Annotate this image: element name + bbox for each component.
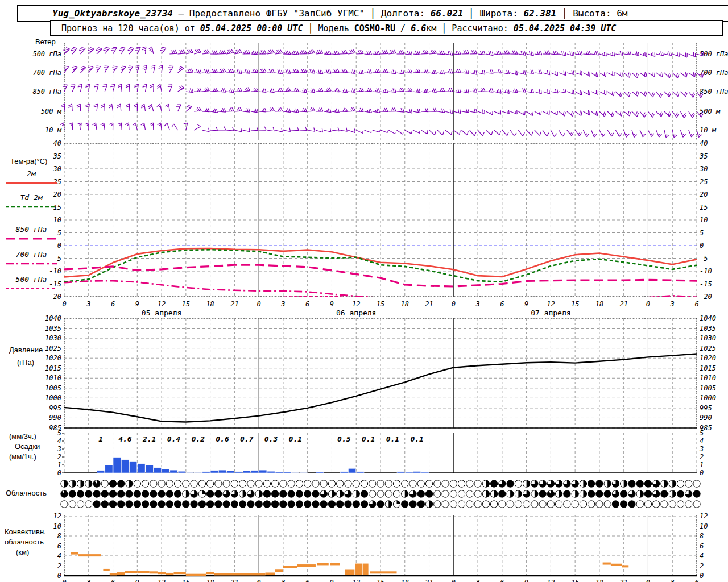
axis-label: -15 — [49, 280, 61, 288]
cloud-circle — [337, 480, 344, 487]
cloud-circle — [410, 480, 416, 487]
axis-label: 1030 — [45, 334, 61, 342]
cloud-fill — [186, 490, 189, 497]
cloud-circle — [231, 480, 238, 487]
cloud-circle — [101, 490, 108, 497]
axis-label: 990 — [700, 414, 712, 422]
axis-label: 8 — [700, 532, 704, 540]
cloud-circle — [612, 501, 619, 508]
cloud-fill — [340, 490, 344, 497]
wind-panel: 500 гПа500 гПа700 гПа700 гПа850 гПа850 г… — [32, 43, 728, 140]
cloud-fill — [559, 490, 562, 497]
cloud-circle — [458, 490, 465, 497]
axis-label: 4 — [57, 552, 61, 560]
cloud-fill — [202, 490, 205, 494]
cloud-circle — [458, 480, 465, 487]
precip-bar — [186, 472, 193, 473]
cloud-circle — [693, 480, 700, 487]
cloud-circle — [636, 501, 643, 508]
cloud-circle — [215, 480, 222, 487]
axis-label: 5 — [57, 229, 61, 237]
convective-segment — [275, 569, 283, 572]
axis-label: 6 — [57, 542, 61, 550]
axis-label: 990 — [49, 414, 61, 422]
axis-label: 995 — [700, 404, 712, 412]
pressure-panel-units: (гПа) — [17, 358, 34, 367]
axis-label: 1040 — [45, 314, 61, 322]
cloud-circle — [271, 490, 278, 497]
axis-label: 0 — [700, 572, 704, 580]
convective-panel: 1212101088664422000369121518210369121518… — [53, 512, 708, 582]
convective-segment — [370, 571, 396, 573]
cloud-circle — [198, 501, 205, 508]
cloud-circle — [174, 480, 181, 487]
axis-label: -5 — [53, 255, 61, 263]
cloud-circle — [417, 501, 424, 508]
cloud-circle — [215, 490, 222, 497]
precip-bar — [227, 471, 234, 473]
precip-units-3h: (мм/3ч.) — [9, 432, 36, 440]
cloud-circle — [247, 480, 254, 487]
header-text: Долгота: — [381, 8, 431, 19]
convective-segment — [317, 563, 329, 565]
cloud-circle — [263, 501, 270, 508]
convective-segment — [137, 571, 149, 573]
axis-label: 0 — [62, 300, 66, 308]
precip-bar — [283, 472, 291, 473]
cloud-circle — [466, 501, 473, 508]
axis-label: 1005 — [700, 384, 716, 392]
axis-label: 1010 — [45, 374, 61, 382]
header-text: │ Модель — [303, 23, 354, 34]
cloud-circle — [693, 501, 700, 508]
cloud-circle — [572, 501, 578, 508]
axis-label: 6 — [694, 579, 698, 582]
cloud-circle — [304, 480, 311, 487]
convective-segment — [125, 571, 137, 573]
cloud-circle — [142, 490, 148, 497]
cloud-circle — [77, 490, 84, 497]
axis-label: 25 — [53, 178, 61, 186]
precip-units-1h: (мм/1ч.) — [9, 452, 36, 461]
pressure-panel: 1040104010351035103010301025102510201020… — [45, 314, 716, 432]
cloud-circle — [345, 501, 351, 508]
precip-bar — [243, 471, 250, 473]
axis-label: 0.4 — [167, 435, 181, 443]
cloud-fill — [583, 490, 586, 497]
cloud-fill — [388, 501, 392, 508]
cloud-fill — [129, 480, 133, 487]
header-text: км │ Рассчитано: — [426, 23, 514, 34]
cloud-circle — [620, 490, 627, 497]
axis-label: -10 — [49, 267, 61, 275]
cloud-circle — [596, 480, 603, 487]
axis-label: 6 — [500, 300, 504, 308]
convective-bar — [363, 564, 369, 575]
cloud-circle — [490, 480, 497, 487]
axis-label: -20 — [700, 293, 712, 301]
cloud-fill — [61, 490, 68, 497]
cloud-circle — [644, 490, 651, 497]
cloud-circle — [499, 490, 506, 497]
axis-label: 1030 — [700, 334, 716, 342]
axis-label: 8 — [57, 532, 61, 540]
axis-label: 700 гПа — [700, 69, 728, 77]
header-text: / — [395, 23, 411, 34]
axis-label: 21 — [619, 579, 627, 582]
precip-bar — [340, 472, 348, 473]
precip-bar — [357, 472, 364, 473]
cloud-circle — [101, 480, 108, 487]
header-text: 6м — [617, 8, 627, 19]
cloud-fill — [486, 480, 489, 487]
cloud-circle — [482, 501, 489, 508]
axis-label: 12 — [547, 579, 555, 582]
axis-label: 3 — [699, 445, 704, 453]
cloud-fill — [64, 480, 68, 487]
cloud-fill — [624, 480, 627, 487]
cloud-fill — [527, 480, 530, 487]
axis-label: 9 — [524, 300, 528, 308]
precip-bar — [162, 469, 169, 473]
axis-label: 35 — [699, 152, 708, 160]
cloud-circle — [442, 480, 449, 487]
cloud-circle — [134, 480, 140, 487]
cloud-fill — [672, 480, 676, 487]
cloud-circle — [345, 480, 351, 487]
